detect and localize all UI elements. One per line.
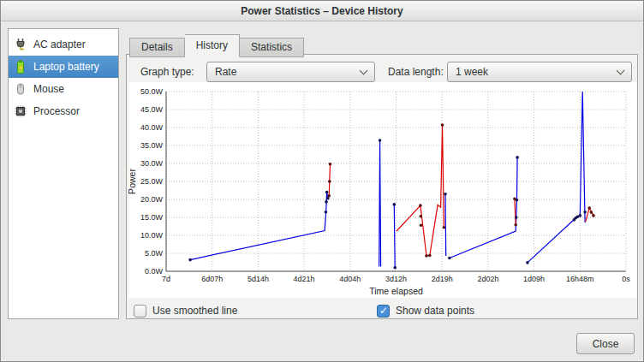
svg-text:7d: 7d [162,275,170,283]
smoothed-line-checkbox[interactable]: Use smoothed line [134,304,237,317]
svg-text:3d12h: 3d12h [385,275,407,283]
tab-history[interactable]: History [185,34,240,57]
device-item-label: Mouse [33,83,64,95]
svg-text:4d21h: 4d21h [294,275,315,283]
window-title: Power Statistics – Device History [241,5,402,17]
checkbox-box[interactable] [377,305,390,317]
device-item-mouse[interactable]: Mouse [9,78,118,100]
graph-type-combobox[interactable]: Rate [206,62,375,82]
svg-text:10.0W: 10.0W [140,231,164,240]
device-item-label: AC adapter [33,39,86,50]
chevron-down-icon [360,66,368,74]
svg-text:6d07h: 6d07h [201,275,223,283]
device-item-ac-adapter[interactable]: AC adapter [9,33,118,56]
svg-text:1d09h: 1d09h [523,275,545,283]
svg-text:45.0W: 45.0W [140,105,164,114]
mouse-icon [14,82,27,96]
tab-bar: Details History Statistics [129,34,304,57]
svg-text:5d14h: 5d14h [247,275,269,283]
history-chart: 7d6d07h5d14h4d21h4d04h3d12h2d19h2d02h1d0… [128,82,637,298]
chevron-down-icon [617,66,625,74]
data-length-label: Data length: [388,66,444,78]
device-list: AC adapter Laptop battery Mouse [8,28,119,319]
checkbox-box[interactable] [134,305,146,317]
device-item-processor[interactable]: Processor [9,100,118,122]
power-statistics-window: Power Statistics – Device History AC ada… [0,0,644,362]
history-page: Graph type: Rate Data length: 1 week 7d6… [126,54,638,319]
svg-text:35.0W: 35.0W [140,141,164,150]
svg-text:50.0W: 50.0W [140,87,164,96]
smoothed-line-label: Use smoothed line [152,305,237,317]
data-length-value: 1 week [456,66,488,78]
svg-text:40.0W: 40.0W [140,123,164,132]
svg-text:30.0W: 30.0W [140,159,164,168]
svg-text:0.0W: 0.0W [145,267,164,276]
graph-type-label: Graph type: [140,66,194,78]
ac-adapter-icon [14,38,27,51]
svg-text:5.0W: 5.0W [145,249,164,258]
graph-type-value: Rate [215,66,236,78]
svg-text:2d02h: 2d02h [477,275,498,283]
show-data-points-label: Show data points [396,305,474,317]
svg-text:4d04h: 4d04h [339,275,361,283]
data-length-combobox[interactable]: 1 week [447,62,632,82]
svg-text:0s: 0s [622,275,630,283]
titlebar: Power Statistics – Device History [1,1,643,21]
device-item-laptop-battery[interactable]: Laptop battery [9,56,118,78]
svg-text:25.0W: 25.0W [140,177,164,186]
close-button[interactable]: Close [576,333,635,354]
battery-icon [14,59,27,74]
svg-text:16h48m: 16h48m [566,275,594,283]
svg-text:20.0W: 20.0W [140,195,164,204]
svg-text:Power: Power [128,169,137,194]
svg-text:15.0W: 15.0W [140,213,164,222]
device-item-label: Processor [33,105,80,117]
tab-details[interactable]: Details [129,38,185,57]
show-data-points-checkbox[interactable]: Show data points [377,304,474,317]
device-item-label: Laptop battery [33,61,99,73]
processor-icon [14,104,27,118]
tab-statistics[interactable]: Statistics [240,38,304,57]
svg-text:Time elapsed: Time elapsed [369,286,423,296]
svg-text:2d19h: 2d19h [432,275,453,283]
